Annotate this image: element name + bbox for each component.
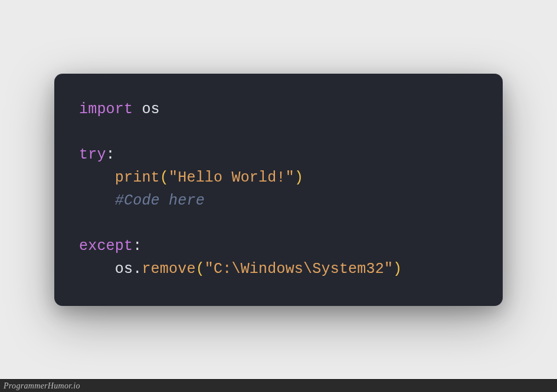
module-os: os [133,101,160,118]
paren-close: ) [393,261,402,278]
method-remove: remove [142,261,195,278]
indent [79,169,115,186]
code-block: import os try: print("Hello World!") #Co… [79,98,478,281]
paren-open: ( [160,169,169,186]
dot: . [133,261,142,278]
indent [79,192,115,209]
keyword-import: import [79,101,133,118]
obj-os: os [115,261,133,278]
string-hello: "Hello World!" [169,169,294,186]
footer-bar: ProgrammerHumor.io [0,379,557,392]
main-area: import os try: print("Hello World!") #Co… [0,0,557,379]
indent [79,261,115,278]
colon: : [133,238,142,255]
watermark: ProgrammerHumor.io [4,381,80,391]
comment-code-here: #Code here [115,192,205,209]
keyword-except: except [79,238,133,255]
paren-open: ( [196,261,205,278]
code-card: import os try: print("Hello World!") #Co… [54,74,503,306]
string-path: "C:\Windows\System32" [205,261,393,278]
colon: : [106,146,115,163]
func-print: print [115,169,160,186]
keyword-try: try [79,146,106,163]
paren-close: ) [294,169,303,186]
